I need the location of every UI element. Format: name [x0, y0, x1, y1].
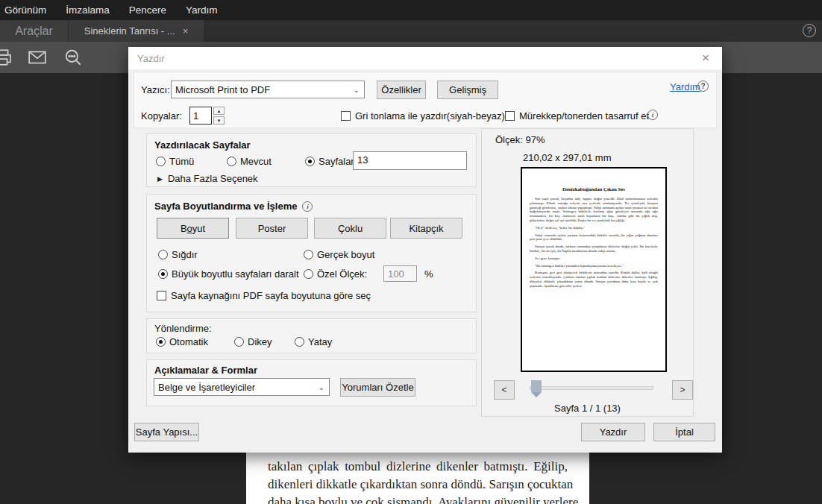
- preview-paragraph: Vahşi ormanda açılan yaranın kenarındaki…: [530, 233, 658, 242]
- more-options-expander[interactable]: ▶ Daha Fazla Seçenek: [157, 173, 258, 184]
- dialog-title: Yazdır: [137, 53, 165, 64]
- auto-orientation-radio[interactable]: [156, 337, 166, 347]
- search-zoom-icon[interactable]: [63, 48, 83, 67]
- document-text-line: daha kısa boylu ve çok şişmandı. Ayaklar…: [268, 494, 568, 504]
- grayscale-checkbox-label: Gri tonlama ile yazdır(siyah-beyaz): [355, 110, 505, 122]
- auto-orientation-radio-row[interactable]: Otomatik: [156, 336, 208, 347]
- fit-radio[interactable]: [158, 250, 168, 259]
- actual-size-label: Gerçek boyut: [317, 249, 374, 260]
- grayscale-checkbox-row[interactable]: Gri tonlama ile yazdır(siyah-beyaz): [341, 110, 505, 122]
- shrink-radio-row[interactable]: Büyük boyutlu sayfaları daralt: [158, 268, 299, 280]
- portrait-radio-label: Dikey: [248, 336, 272, 347]
- shrink-radio[interactable]: [158, 269, 168, 279]
- custom-scale-radio-row[interactable]: Özel Ölçek:: [304, 268, 367, 280]
- pages-radio[interactable]: [305, 157, 315, 166]
- all-pages-radio-row[interactable]: Tümü: [156, 156, 194, 167]
- preview-paragraph: "Bu sürüngen bitkiler yüzünden kıpırdaya…: [530, 264, 658, 268]
- page-setup-button[interactable]: Sayfa Yapısı...: [134, 423, 199, 441]
- chevron-down-icon: ⌄: [354, 86, 360, 94]
- printer-select-value: Microsoft Print to PDF: [175, 84, 270, 95]
- menu-item-pencere[interactable]: Pencere: [129, 4, 166, 16]
- all-pages-label: Tümü: [169, 156, 194, 167]
- paper-source-checkbox[interactable]: [157, 291, 166, 300]
- actual-size-radio-row[interactable]: Gerçek boyut: [304, 249, 374, 260]
- size-button[interactable]: Boyut: [157, 218, 229, 239]
- page-slider-track[interactable]: [530, 386, 653, 390]
- chevron-down-icon: ⌄: [319, 383, 324, 391]
- booklet-button[interactable]: Kitapçık: [390, 218, 462, 239]
- menu-bar: Görünüm İmzalama Pencere Yardım: [0, 0, 822, 20]
- orientation-section: Yönlendirme: Otomatik Dikey Yatay: [146, 318, 477, 353]
- dialog-close-icon[interactable]: ×: [697, 49, 715, 67]
- sizing-section-title: Sayfa Boyutlandırma ve İşleme: [154, 201, 297, 212]
- size-button-label: yut: [192, 223, 205, 234]
- actual-size-radio[interactable]: [304, 250, 313, 259]
- custom-scale-input[interactable]: 100: [383, 265, 417, 282]
- previous-page-button[interactable]: <: [494, 380, 515, 400]
- summarize-comments-button[interactable]: Yorumları Özetle: [340, 378, 415, 397]
- fit-radio-row[interactable]: Sığdır: [158, 249, 198, 260]
- pages-radio-row[interactable]: Sayfalar: [305, 156, 354, 167]
- info-icon[interactable]: i: [302, 201, 313, 212]
- landscape-radio-row[interactable]: Yatay: [295, 336, 332, 347]
- preview-paragraph: "Hey!" dedi ses, "bekle bir dakika.": [530, 226, 658, 230]
- fit-radio-label: Sığdır: [172, 249, 198, 260]
- stepper-up-icon[interactable]: ▲: [213, 107, 225, 115]
- printer-select[interactable]: Microsoft Print to PDF ⌄: [171, 81, 365, 98]
- help-link[interactable]: Yardım: [670, 81, 700, 92]
- copies-stepper: ▲ ▼: [213, 107, 225, 125]
- comments-select[interactable]: Belge ve İşaretleyiciler ⌄: [154, 378, 330, 396]
- auto-orientation-label: Otomatik: [169, 336, 208, 347]
- paper-source-checkbox-row[interactable]: Sayfa kaynağını PDF sayfa boyutuna göre …: [157, 290, 371, 301]
- comments-section: Açıklamalar & Formlar Belge ve İşaretley…: [146, 359, 477, 406]
- print-dialog: Yazdır × Yazıcı: Microsoft Print to PDF …: [128, 47, 722, 453]
- current-page-radio-row[interactable]: Mevcut: [227, 156, 272, 167]
- pages-section-title: Yazdırılacak Sayfalar: [154, 139, 251, 151]
- cancel-button[interactable]: İptal: [653, 423, 715, 441]
- custom-scale-radio[interactable]: [304, 269, 313, 279]
- sizing-section: Sayfa Boyutlandırma ve İşleme i Boyut Po…: [146, 194, 477, 312]
- tab-close-icon[interactable]: ×: [183, 26, 189, 36]
- preview-paragraph: Sarışın çocuk durdu, farkına varmadan ço…: [530, 245, 658, 253]
- size-button-label: B: [181, 223, 187, 234]
- help-question-icon[interactable]: ?: [697, 81, 709, 92]
- menu-item-gorunum[interactable]: Görünüm: [4, 4, 46, 16]
- comments-select-value: Belge ve İşaretleyiciler: [158, 382, 255, 393]
- stepper-down-icon[interactable]: ▼: [213, 116, 225, 125]
- grayscale-checkbox[interactable]: [341, 111, 351, 121]
- paper-source-checkbox-label: Sayfa kaynağını PDF sayfa boyutuna göre …: [171, 290, 371, 301]
- current-page-label: Mevcut: [240, 156, 272, 167]
- print-icon[interactable]: [0, 48, 12, 67]
- portrait-radio[interactable]: [234, 337, 244, 347]
- multiple-button[interactable]: Çoklu: [314, 218, 386, 239]
- next-page-button[interactable]: >: [672, 380, 693, 400]
- printer-strip: Yazıcı: Microsoft Print to PDF ⌄ Özellik…: [134, 72, 717, 128]
- tab-tools-label: Araçlar: [15, 25, 53, 38]
- copies-input[interactable]: 1: [189, 107, 212, 125]
- toner-checkbox[interactable]: [505, 111, 515, 121]
- tab-document-label: Sineklerin Tanrısı - ...: [84, 25, 175, 37]
- tab-document[interactable]: Sineklerin Tanrısı - ... ×: [69, 20, 204, 42]
- print-button[interactable]: Yazdır: [581, 423, 645, 441]
- poster-button[interactable]: Poster: [236, 218, 308, 239]
- all-pages-radio[interactable]: [156, 157, 166, 166]
- menu-item-yardim[interactable]: Yardım: [186, 4, 218, 16]
- tab-bar: Araçlar Sineklerin Tanrısı - ... × ?: [0, 20, 822, 42]
- shrink-radio-label: Büyük boyutlu sayfaları daralt: [172, 268, 299, 280]
- tab-tools[interactable]: Araçlar: [0, 20, 68, 42]
- info-icon[interactable]: i: [647, 110, 658, 120]
- dialog-title-bar: Yazdır ×: [128, 47, 722, 69]
- menu-item-imzalama[interactable]: İmzalama: [66, 4, 110, 16]
- help-circle-icon[interactable]: ?: [803, 24, 816, 37]
- toner-checkbox-row[interactable]: Mürekkep/tonerden tasarruf et: [505, 110, 649, 122]
- document-page-behind-dialog: takılan çıplak tombul dizlerine dikenler…: [246, 453, 589, 504]
- email-icon[interactable]: [28, 48, 47, 67]
- portrait-radio-row[interactable]: Dikey: [234, 336, 272, 347]
- page-slider-thumb[interactable]: [531, 380, 542, 392]
- current-page-radio[interactable]: [227, 157, 236, 166]
- landscape-radio[interactable]: [295, 337, 304, 347]
- custom-scale-label: Özel Ölçek:: [317, 268, 367, 280]
- properties-button[interactable]: Özellikler: [377, 81, 426, 99]
- page-range-input[interactable]: 13: [353, 151, 467, 170]
- advanced-button[interactable]: Gelişmiş: [437, 81, 498, 99]
